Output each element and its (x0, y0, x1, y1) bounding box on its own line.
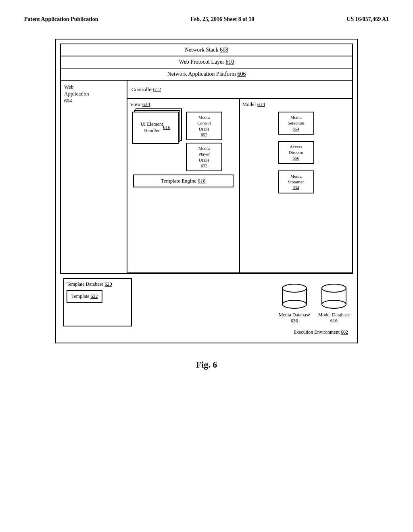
header-middle: Feb. 25, 2016 Sheet 8 of 10 (191, 16, 254, 23)
network-stack-box: Network Stack 608 (60, 44, 353, 56)
execution-env-label: Execution Environment 602 (294, 329, 348, 335)
network-stack-number: 608 (220, 47, 228, 53)
template-engine-box: Template Engine 618 (133, 175, 234, 187)
center-right-area: Controller 612 View 624 (127, 81, 352, 273)
view-label: View 624 (130, 101, 237, 108)
template-database-box: Template Database 620 Template 622 (63, 278, 132, 326)
media-selection-box: MediaSelection654 (278, 112, 314, 135)
model-database-cylinder (320, 282, 348, 310)
ui-element-handler-box: UI ElementHandler616 (132, 112, 179, 144)
media-database-item: Media Database636 (279, 282, 310, 324)
network-app-box: Network Application Platform 606 (60, 69, 353, 81)
template-db-label: Template Database 620 (67, 281, 129, 288)
header-right: US 16/057,469 A1 (346, 16, 389, 23)
view-model-area: View 624 UI ElementHandler6 (127, 99, 352, 273)
controller-number: 612 (153, 86, 161, 93)
template-box: Template 622 (67, 290, 102, 303)
web-protocol-number: 610 (225, 59, 234, 65)
svg-point-4 (322, 284, 346, 292)
network-app-number: 606 (237, 71, 246, 77)
web-protocol-label: Web Protocol Layer (179, 59, 226, 65)
model-label: Model 614 (242, 101, 350, 108)
media-control-box: MediaControlUIEH652 (186, 112, 222, 140)
page-header: Patent Application Publication Feb. 25, … (24, 16, 389, 23)
network-app-label: Network Application Platform (167, 71, 238, 77)
main-area: WebApplication604 Controller 612 View 62… (60, 81, 353, 274)
model-database-item: Model Database616 (318, 282, 350, 324)
svg-point-0 (282, 284, 307, 292)
model-area: Model 614 MediaSelection654 AccessDirect… (240, 99, 353, 272)
media-db-label: Media Database636 (279, 312, 310, 324)
controller-row: Controller 612 (127, 81, 352, 99)
network-stack-label: Network Stack (185, 47, 220, 53)
web-protocol-box: Web Protocol Layer 610 (60, 56, 353, 69)
media-database-cylinder (280, 282, 309, 310)
model-db-label: Model Database616 (318, 312, 350, 324)
access-director-box: AccessDirector656 (278, 141, 314, 164)
media-streamer-box: MediaStreamer634 (278, 170, 314, 193)
diagram: Network Stack 608 Web Protocol Layer 610… (55, 39, 358, 343)
web-app-label: WebApplication604 (64, 84, 89, 104)
svg-point-7 (322, 300, 346, 308)
media-player-box: MediaPlayerUIEH632 (186, 143, 222, 171)
web-app-number: 604 (64, 98, 72, 104)
figure-label: Fig. 6 (24, 360, 389, 370)
svg-point-3 (282, 300, 307, 308)
page: Patent Application Publication Feb. 25, … (0, 0, 413, 532)
bottom-area: Template Database 620 Template 622 (60, 274, 353, 339)
view-area: View 624 UI ElementHandler6 (127, 99, 240, 272)
controller-label: Controller (131, 86, 153, 93)
web-application-col: WebApplication604 (61, 81, 127, 273)
databases-area: Media Database636 Model Database616 (279, 278, 350, 324)
header-left: Patent Application Publication (24, 16, 98, 23)
